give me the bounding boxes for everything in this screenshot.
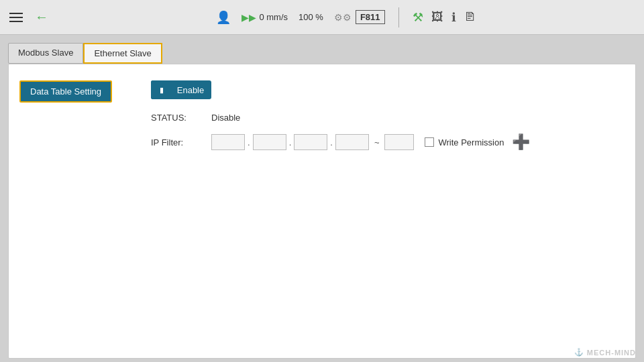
enable-toggle[interactable]: ▮ Enable [151, 80, 211, 99]
model-badge: F811 [356, 10, 385, 24]
data-table-setting-button[interactable]: Data Table Setting [19, 80, 112, 103]
header-center: 👤 ▶▶ 0 mm/s 100 % ⚙⚙ F811 ⚒ 🖼 ℹ 🖹 [54, 7, 639, 27]
ip-seg-3[interactable] [294, 134, 327, 150]
watermark-logo: ⚓ [574, 348, 584, 357]
ip-seg-4[interactable] [335, 134, 369, 150]
settings-dots-icon: ⚙⚙ [334, 12, 352, 23]
card: Data Table Setting ▮ Enable STATUS: Disa… [8, 64, 636, 359]
ip-dot-1: . [248, 137, 250, 147]
ip-filter-row: IP Filter: . . . ~ Write Permission ➕ [151, 133, 614, 151]
toggle-knob: ▮ [151, 80, 172, 99]
ip-seg-1[interactable] [211, 134, 245, 150]
write-permission-label: Write Permission [438, 137, 504, 147]
watermark-brand: MECH-MIND [587, 349, 636, 357]
percent-display: 100 % [299, 12, 323, 22]
speed-icon: ▶▶ [241, 12, 256, 23]
ip-tilde: ~ [374, 137, 380, 147]
main-content: Modbus Slave Ethernet Slave Data Table S… [0, 35, 644, 362]
enable-toggle-row: ▮ Enable [151, 80, 614, 99]
vertical-divider [398, 7, 399, 27]
model-area: ⚙⚙ F811 [334, 10, 385, 24]
status-value: Disable [211, 113, 240, 123]
tab-ethernet[interactable]: Ethernet Slave [83, 43, 162, 64]
tab-modbus[interactable]: Modbus Slave [8, 43, 83, 64]
add-button[interactable]: ➕ [512, 133, 530, 151]
speed-value: 0 mm/s [259, 12, 288, 22]
enable-label: Enable [172, 85, 211, 95]
back-icon[interactable]: ← [35, 9, 48, 25]
monitor-icon[interactable]: 🖼 [431, 10, 443, 24]
speed-display: ▶▶ 0 mm/s [241, 12, 288, 23]
status-label: STATUS: [151, 113, 211, 123]
ip-dot-2: . [289, 137, 292, 147]
watermark: ⚓ MECH-MIND [574, 348, 636, 357]
hamburger-icon[interactable] [5, 9, 27, 26]
header: ← 👤 ▶▶ 0 mm/s 100 % ⚙⚙ F811 ⚒ 🖼 ℹ 🖹 [0, 0, 644, 35]
card-sidebar: Data Table Setting [19, 75, 140, 347]
write-permission-group: Write Permission [425, 137, 504, 147]
write-permission-checkbox[interactable] [425, 137, 434, 147]
document-icon[interactable]: 🖹 [464, 10, 476, 24]
ip-filter-inputs: . . . ~ Write Permission ➕ [211, 133, 530, 151]
ip-seg-2[interactable] [253, 134, 286, 150]
ip-end[interactable] [384, 134, 414, 150]
card-main: ▮ Enable STATUS: Disable IP Filter: . . [140, 75, 625, 347]
ip-filter-label: IP Filter: [151, 137, 211, 147]
tab-bar: Modbus Slave Ethernet Slave [8, 43, 636, 64]
robot-icon[interactable]: ⚒ [413, 10, 423, 25]
ip-dot-3: . [330, 137, 333, 147]
info-icon[interactable]: ℹ [451, 10, 456, 25]
person-icon[interactable]: 👤 [216, 10, 231, 25]
status-row: STATUS: Disable [151, 113, 614, 123]
header-right: ⚒ 🖼 ℹ 🖹 [413, 10, 476, 25]
header-left: ← [5, 9, 48, 26]
